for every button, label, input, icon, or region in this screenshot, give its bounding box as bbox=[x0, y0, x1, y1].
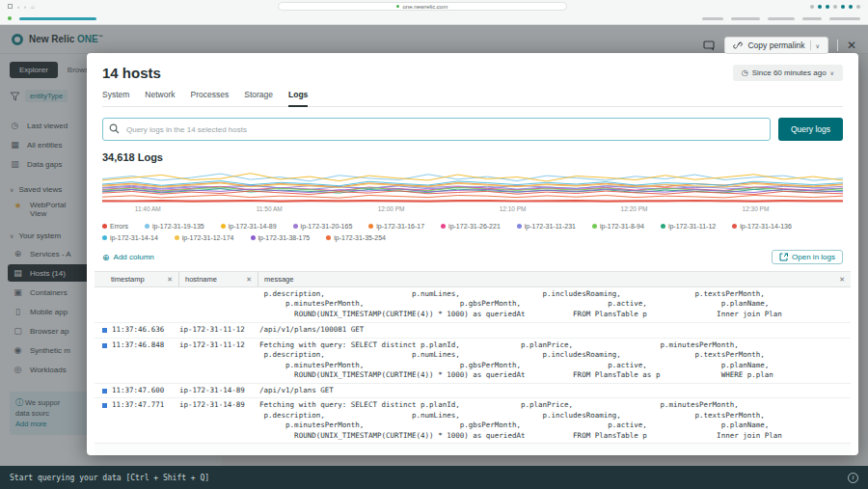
log-row[interactable]: 11:37:46.4ip-172-31-11-12Fetching with q… bbox=[95, 287, 851, 323]
feedback-icon[interactable] bbox=[703, 41, 716, 51]
log-timestamp: 11:37:47.771 bbox=[112, 400, 179, 441]
screen: ‹ › ⌂ one.newrelic.com bbox=[0, 0, 868, 489]
legend-dot-icon bbox=[368, 224, 373, 229]
lock-icon bbox=[396, 5, 399, 8]
series-errors bbox=[102, 201, 843, 202]
log-hostname: ip-172-31-11-12 bbox=[179, 287, 259, 320]
legend-item-ip-172-31-14-14[interactable]: ip-172-31-14-14 bbox=[102, 234, 158, 241]
logs-table: timestamp ✕ hostname ✕ message ✕ 11:37:4… bbox=[95, 271, 851, 455]
log-timestamp: 11:37:46.636 bbox=[112, 325, 179, 336]
back-icon[interactable]: ‹ bbox=[17, 4, 19, 10]
x-tick-label: 11:40 AM bbox=[135, 205, 161, 212]
log-query-input[interactable] bbox=[102, 118, 771, 141]
window-tab-icon[interactable] bbox=[8, 4, 13, 9]
info-icon[interactable]: i bbox=[848, 473, 858, 483]
x-tick-label: 12:30 PM bbox=[743, 205, 770, 212]
logs-table-header: timestamp ✕ hostname ✕ message ✕ bbox=[95, 272, 851, 287]
legend-dot-icon bbox=[293, 224, 298, 229]
x-tick-label: 12:20 PM bbox=[621, 205, 648, 212]
tab-network[interactable]: Network bbox=[145, 90, 175, 106]
log-message: Fetching with query: SELECT distinct p.p… bbox=[259, 400, 851, 441]
legend-dot-icon bbox=[592, 224, 597, 229]
browser-chrome: ‹ › ⌂ one.newrelic.com bbox=[0, 0, 868, 25]
legend-dot-icon bbox=[251, 235, 256, 240]
legend-dot-icon bbox=[145, 224, 149, 229]
legend-dot-icon bbox=[732, 224, 737, 229]
legend-item-ip-172-31-14-136[interactable]: ip-172-31-14-136 bbox=[732, 223, 792, 230]
url-bar[interactable]: one.newrelic.com bbox=[278, 2, 567, 11]
legend-dot-icon bbox=[661, 224, 665, 229]
remove-column-icon[interactable]: ✕ bbox=[839, 276, 845, 284]
remove-column-icon[interactable]: ✕ bbox=[167, 276, 173, 284]
time-picker[interactable]: ◷ Since 60 minutes ago ∨ bbox=[733, 65, 843, 81]
open-in-logs-button[interactable]: Open in logs bbox=[772, 250, 843, 264]
status-bar-text: Start querying your data [Ctrl + Shift +… bbox=[10, 474, 209, 482]
legend-label: ip-172-31-12-174 bbox=[182, 234, 234, 241]
legend-label: ip-172-31-11-12 bbox=[668, 223, 716, 230]
log-level-icon bbox=[102, 328, 107, 333]
log-row[interactable]: 11:37:46.636ip-172-31-11-12/api/v1/plans… bbox=[95, 323, 851, 339]
status-dot-icon bbox=[8, 16, 12, 20]
close-icon[interactable]: ✕ bbox=[847, 40, 856, 51]
add-column-button[interactable]: ⊕ Add column bbox=[102, 253, 154, 262]
column-header-message[interactable]: message ✕ bbox=[258, 272, 851, 286]
tab-system[interactable]: System bbox=[102, 90, 129, 106]
forward-icon[interactable]: › bbox=[24, 4, 26, 10]
legend-dot-icon bbox=[517, 224, 522, 229]
tab-processes[interactable]: Processes bbox=[191, 90, 230, 106]
legend-item-ip-172-31-12-174[interactable]: ip-172-31-12-174 bbox=[175, 234, 234, 241]
modal-tabs: SystemNetworkProcessesStorageLogs bbox=[102, 90, 843, 107]
logs-count: 34,618 Logs bbox=[102, 151, 843, 163]
legend-item-ip-172-31-14-89[interactable]: ip-172-31-14-89 bbox=[221, 223, 277, 230]
tab-logs[interactable]: Logs bbox=[288, 90, 308, 107]
legend-item-ip-172-31-11-231[interactable]: ip-172-31-11-231 bbox=[517, 223, 576, 230]
legend-item-ip-172-31-20-165[interactable]: ip-172-31-20-165 bbox=[293, 223, 353, 230]
tab-storage[interactable]: Storage bbox=[244, 90, 273, 106]
logs-timeseries-chart[interactable] bbox=[102, 166, 843, 204]
query-logs-button[interactable]: Query logs bbox=[778, 118, 843, 141]
x-tick-label: 12:00 PM bbox=[378, 205, 405, 212]
legend-label: ip-172-31-19-135 bbox=[152, 223, 204, 230]
clock-icon: ◷ bbox=[742, 68, 748, 77]
legend-dot-icon bbox=[221, 224, 226, 229]
query-status-bar[interactable]: Start querying your data [Ctrl + Shift +… bbox=[0, 466, 868, 489]
log-row[interactable]: 11:37:46.848ip-172-31-11-12Fetching with… bbox=[95, 339, 851, 384]
series-ip-172-31-19-135 bbox=[102, 174, 843, 181]
legend-item-ip-172-31-19-135[interactable]: ip-172-31-19-135 bbox=[145, 223, 204, 230]
url-text: one.newrelic.com bbox=[402, 4, 448, 10]
legend-item-errors[interactable]: Errors bbox=[102, 223, 128, 230]
legend-item-ip-172-31-35-254[interactable]: ip-172-31-35-254 bbox=[326, 234, 386, 241]
external-link-icon bbox=[779, 253, 788, 261]
legend-item-ip-172-31-26-221[interactable]: ip-172-31-26-221 bbox=[441, 223, 501, 230]
legend-item-ip-172-31-11-12[interactable]: ip-172-31-11-12 bbox=[661, 223, 716, 230]
legend-label: ip-172-31-35-254 bbox=[334, 234, 386, 241]
legend-dot-icon bbox=[326, 235, 331, 240]
remove-column-icon[interactable]: ✕ bbox=[246, 276, 252, 284]
column-header-hostname[interactable]: hostname ✕ bbox=[179, 272, 258, 286]
log-timestamp: 11:37:46.4 bbox=[112, 287, 179, 320]
bookmarks-link-placeholder[interactable] bbox=[19, 17, 96, 20]
legend-dot-icon bbox=[175, 235, 179, 240]
menu-bar-placeholder[interactable] bbox=[702, 17, 860, 20]
legend-label: Errors bbox=[110, 223, 128, 230]
chart-x-axis: 11:40 AM11:50 AM12:00 PM12:10 PM12:20 PM… bbox=[102, 204, 843, 214]
home-icon[interactable]: ⌂ bbox=[31, 4, 35, 10]
legend-item-ip-172-31-38-175[interactable]: ip-172-31-38-175 bbox=[251, 234, 311, 241]
log-row[interactable]: 11:37:47.600ip-172-31-14-89/api/v1/plans… bbox=[95, 384, 851, 399]
link-icon bbox=[733, 41, 743, 50]
log-row[interactable]: 11:37:47.771ip-172-31-14-89Fetching with… bbox=[95, 398, 851, 444]
page-title: 14 hosts bbox=[102, 65, 161, 81]
legend-dot-icon bbox=[102, 235, 107, 240]
log-hostname: ip-172-31-14-89 bbox=[179, 400, 259, 441]
modal-actions: Copy permalink ∨ ✕ bbox=[703, 37, 856, 54]
legend-label: ip-172-31-14-14 bbox=[110, 234, 158, 241]
legend-item-ip-172-31-8-94[interactable]: ip-172-31-8-94 bbox=[592, 223, 644, 230]
log-timestamp: 11:37:47.600 bbox=[112, 386, 179, 396]
log-timestamp: 11:37:46.848 bbox=[112, 340, 179, 381]
log-hostname: ip-172-31-14-89 bbox=[179, 386, 259, 396]
column-header-timestamp[interactable]: timestamp ✕ bbox=[95, 272, 179, 286]
browser-extension-icons[interactable] bbox=[810, 5, 860, 9]
legend-item-ip-172-31-16-17[interactable]: ip-172-31-16-17 bbox=[368, 223, 424, 230]
copy-permalink-button[interactable]: Copy permalink ∨ bbox=[724, 37, 827, 54]
series-ip-172-31-35-254 bbox=[102, 195, 843, 198]
